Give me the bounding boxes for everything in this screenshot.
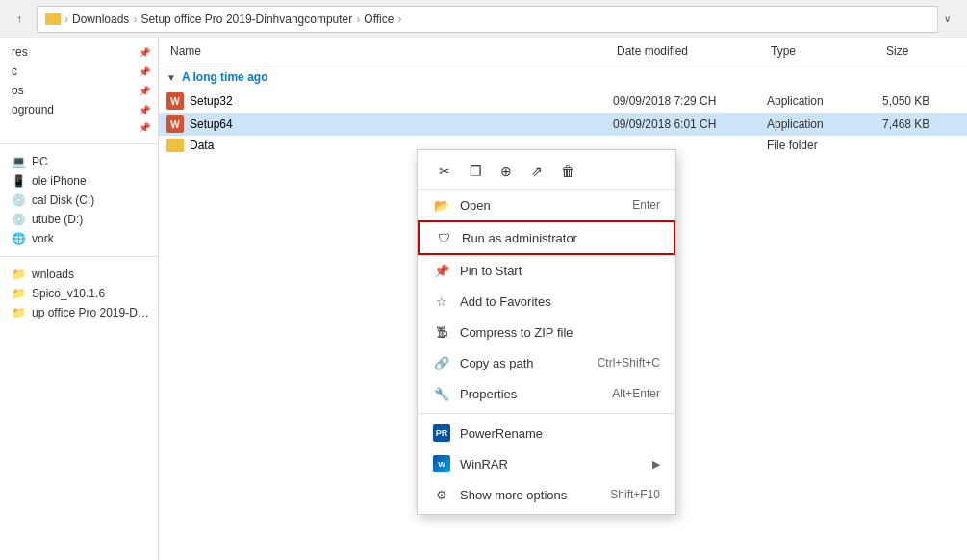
breadcrumb-downloads[interactable]: Downloads — [72, 13, 129, 26]
folder-icon: 📁 — [12, 287, 26, 300]
ctx-properties[interactable]: 🔧 Properties Alt+Enter — [418, 378, 675, 409]
ctx-powerrename[interactable]: PR PowerRename — [418, 418, 675, 448]
col-name[interactable]: Name — [166, 42, 613, 60]
ctx-pin-label: Pin to Start — [460, 264, 660, 278]
ctx-open-shortcut: Enter — [632, 198, 660, 212]
chevron-down-icon: ▼ — [166, 72, 176, 83]
sidebar-item-office-setup[interactable]: 📁 up office Pro 2019-Dinhvangc — [0, 303, 158, 322]
ctx-more-options[interactable]: ⚙ Show more options Shift+F10 — [418, 479, 675, 510]
pin-icon: 📌 — [139, 47, 150, 58]
winrar-icon: W — [433, 455, 450, 472]
folder-icon: 📁 — [12, 306, 26, 319]
ctx-winrar-label: WinRAR — [460, 457, 643, 471]
paste-button[interactable]: ⊕ — [495, 160, 518, 183]
sidebar-item-extra[interactable]: 📌 — [0, 119, 158, 136]
sidebar-item-c[interactable]: c 📌 — [0, 62, 158, 81]
submenu-arrow-icon: ▶ — [652, 458, 660, 471]
folder-icon — [166, 139, 184, 152]
ctx-props-label: Properties — [460, 387, 602, 401]
context-menu: ✂ ❐ ⊕ ⇗ 🗑 📂 Open Enter 🛡 Run as administ… — [417, 149, 676, 515]
more-options-icon: ⚙ — [433, 486, 450, 503]
col-size[interactable]: Size — [882, 42, 959, 60]
delete-button[interactable]: 🗑 — [556, 160, 579, 183]
iphone-icon: 📱 — [12, 174, 26, 188]
drive-icon: 💿 — [12, 213, 26, 226]
content-area: Name Date modified Type Size ▼ A long ti… — [159, 38, 967, 560]
file-row-setup32[interactable]: W Setup32 09/09/2018 7:29 CH Application… — [159, 89, 967, 113]
sidebar-item-pc[interactable]: 💻 PC — [0, 152, 158, 171]
ctx-more-label: Show more options — [460, 488, 600, 502]
up-button[interactable]: ↑ — [8, 8, 31, 31]
sidebar-item-oground[interactable]: oground 📌 — [0, 100, 158, 119]
context-toolbar: ✂ ❐ ⊕ ⇗ 🗑 — [418, 154, 675, 190]
ctx-open-label: Open — [460, 198, 623, 213]
sidebar-item-iphone[interactable]: 📱 ole iPhone — [0, 171, 158, 191]
sidebar-item-spico[interactable]: 📁 Spico_v10.1.6 — [0, 284, 158, 303]
ctx-pin-start[interactable]: 📌 Pin to Start — [418, 255, 675, 286]
ctx-zip-label: Compress to ZIP file — [460, 325, 660, 340]
ctx-fav-label: Add to Favorites — [460, 294, 660, 309]
breadcrumb-office[interactable]: Office — [364, 13, 394, 26]
drive-icon: 💿 — [12, 193, 26, 207]
sidebar-item-downloads[interactable]: 📁 wnloads — [0, 265, 158, 284]
folder-icon: 📁 — [12, 267, 26, 281]
downloads-section: 📁 wnloads 📁 Spico_v10.1.6 📁 up office Pr… — [0, 261, 158, 326]
share-button[interactable]: ⇗ — [525, 160, 548, 183]
group-header[interactable]: ▼ A long time ago — [159, 64, 967, 89]
ctx-path-label: Copy as path — [460, 356, 588, 370]
pin-icon: 📌 — [139, 122, 150, 133]
ctx-add-favorites[interactable]: ☆ Add to Favorites — [418, 286, 675, 317]
ctx-admin-label: Run as administrator — [462, 231, 649, 245]
office-icon: W — [166, 115, 184, 133]
ctx-more-shortcut: Shift+F10 — [610, 488, 660, 501]
network-icon: 🌐 — [12, 232, 26, 245]
copy-button[interactable]: ❐ — [464, 160, 487, 183]
col-type[interactable]: Type — [767, 42, 882, 60]
ctx-compress-zip[interactable]: 🗜 Compress to ZIP file — [418, 317, 675, 347]
sidebar-item-c-drive[interactable]: 💿 cal Disk (C:) — [0, 191, 158, 210]
zip-icon: 🗜 — [433, 323, 450, 341]
quick-access-section: res 📌 c 📌 os 📌 oground 📌 📌 — [0, 38, 158, 140]
ctx-copy-path[interactable]: 🔗 Copy as path Ctrl+Shift+C — [418, 347, 675, 378]
office-icon: W — [166, 92, 184, 110]
pin-icon: 📌 — [433, 262, 450, 279]
star-icon: ☆ — [433, 293, 450, 310]
sidebar-item-os[interactable]: os 📌 — [0, 81, 158, 100]
folder-icon-sm — [45, 13, 61, 25]
ctx-props-shortcut: Alt+Enter — [612, 387, 660, 400]
breadcrumb-setup[interactable]: Setup office Pro 2019-Dinhvangcomputer — [140, 13, 352, 26]
cut-button[interactable]: ✂ — [433, 160, 456, 183]
address-bar: ↑ › Downloads › Setup office Pro 2019-Di… — [0, 0, 967, 38]
admin-icon: 🛡 — [435, 229, 452, 246]
col-date[interactable]: Date modified — [613, 42, 767, 60]
sidebar-item-d-drive[interactable]: 💿 utube (D:) — [0, 210, 158, 229]
copy-path-icon: 🔗 — [433, 354, 450, 371]
pc-icon: 💻 — [12, 155, 26, 168]
pin-icon: 📌 — [139, 86, 150, 96]
sidebar-item-network[interactable]: 🌐 vork — [0, 229, 158, 248]
address-dropdown[interactable]: ∨ — [944, 13, 959, 24]
breadcrumb[interactable]: › Downloads › Setup office Pro 2019-Dinh… — [37, 6, 938, 33]
pin-icon: 📌 — [139, 66, 150, 77]
ctx-open[interactable]: 📂 Open Enter — [418, 190, 675, 220]
column-headers: Name Date modified Type Size — [159, 38, 967, 64]
group-label: A long time ago — [182, 70, 268, 84]
context-separator — [418, 413, 675, 414]
sidebar-divider-2 — [0, 256, 158, 257]
file-name-setup32: W Setup32 — [166, 92, 613, 110]
sidebar: res 📌 c 📌 os 📌 oground 📌 📌 💻 — [0, 38, 159, 560]
main-layout: res 📌 c 📌 os 📌 oground 📌 📌 💻 — [0, 38, 967, 560]
sidebar-divider — [0, 143, 158, 144]
open-icon: 📂 — [433, 196, 450, 214]
sidebar-item-res[interactable]: res 📌 — [0, 42, 158, 62]
pc-section: 💻 PC 📱 ole iPhone 💿 cal Disk (C:) 💿 utub… — [0, 148, 158, 252]
file-name-setup64: W Setup64 — [166, 115, 613, 133]
ctx-winrar[interactable]: W WinRAR ▶ — [418, 448, 675, 479]
ctx-run-as-admin[interactable]: 🛡 Run as administrator — [418, 220, 675, 255]
pin-icon: 📌 — [139, 105, 150, 115]
ctx-path-shortcut: Ctrl+Shift+C — [598, 356, 660, 369]
ctx-powerrename-label: PowerRename — [460, 426, 660, 441]
file-row-setup64[interactable]: W Setup64 09/09/2018 6:01 CH Application… — [159, 113, 967, 136]
properties-icon: 🔧 — [433, 385, 450, 402]
powerrename-icon: PR — [433, 424, 450, 442]
